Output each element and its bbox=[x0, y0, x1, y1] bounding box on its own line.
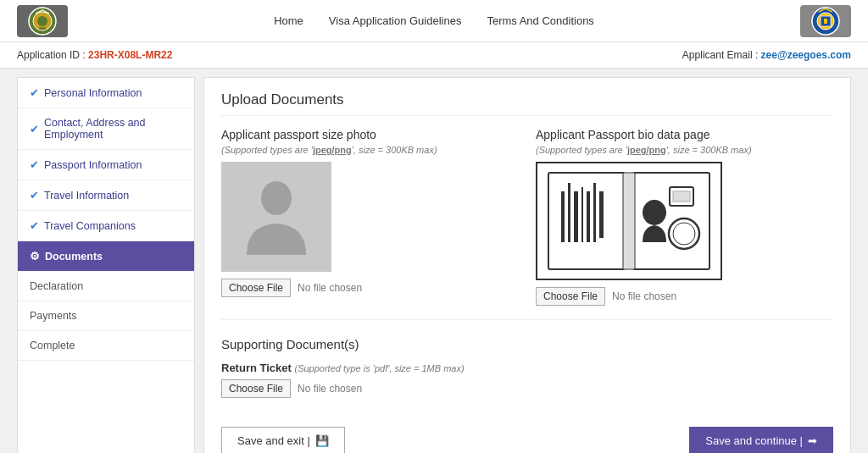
svg-point-17 bbox=[643, 200, 666, 225]
sidebar-item-payments[interactable]: Payments bbox=[18, 301, 194, 331]
app-id-label: Application ID : bbox=[17, 49, 86, 61]
sidebar-item-travel-companions[interactable]: ✔ Travel Companions bbox=[18, 211, 194, 241]
page-title: Upload Documents bbox=[221, 91, 833, 116]
passport-photo-heading: Applicant passport size photo bbox=[221, 128, 519, 141]
passport-book-icon bbox=[544, 166, 714, 276]
passport-photo-no-file: No file chosen bbox=[298, 282, 362, 294]
passport-bio-choose-file[interactable]: Choose File bbox=[536, 287, 605, 306]
passport-photo-file-row: Choose File No file chosen bbox=[221, 279, 519, 297]
svg-rect-10 bbox=[561, 191, 565, 242]
check-icon-travel: ✔ bbox=[30, 189, 39, 202]
app-id-value: 23HR-X08L-MR22 bbox=[88, 49, 172, 61]
sidebar-item-personal-information[interactable]: ✔ Personal Information bbox=[18, 78, 194, 108]
upload-grid: Applicant passport size photo (Supported… bbox=[221, 128, 833, 320]
passport-photo-placeholder bbox=[221, 162, 331, 272]
sidebar-item-declaration[interactable]: Declaration bbox=[18, 272, 194, 301]
sidebar: ✔ Personal Information ✔ Contact, Addres… bbox=[17, 77, 195, 453]
check-icon-companions: ✔ bbox=[30, 219, 39, 232]
return-ticket-file-row: Choose File No file chosen bbox=[221, 379, 833, 398]
main-container: ✔ Personal Information ✔ Contact, Addres… bbox=[0, 69, 868, 453]
person-silhouette-icon bbox=[242, 174, 310, 259]
sidebar-label-complete: Complete bbox=[30, 340, 75, 351]
svg-rect-15 bbox=[593, 183, 596, 242]
svg-point-2 bbox=[37, 16, 47, 26]
check-icon-personal: ✔ bbox=[30, 86, 39, 99]
nav-guidelines[interactable]: Visa Application Guidelines bbox=[329, 14, 462, 27]
nav-links: Home Visa Application Guidelines Terms A… bbox=[274, 14, 594, 27]
supporting-docs-section: Supporting Document(s) Return Ticket (Su… bbox=[221, 337, 833, 398]
svg-point-6 bbox=[261, 181, 292, 215]
sidebar-item-documents[interactable]: ⚙ Documents bbox=[18, 241, 194, 272]
app-email-label: Applicant Email : bbox=[682, 49, 758, 61]
save-continue-label: Save and continue | bbox=[705, 434, 803, 447]
passport-photo-section: Applicant passport size photo (Supported… bbox=[221, 128, 519, 306]
content-area: Upload Documents Applicant passport size… bbox=[203, 77, 851, 453]
logo-left-icon bbox=[17, 5, 68, 37]
nav-terms[interactable]: Terms And Conditions bbox=[487, 14, 593, 27]
svg-rect-3 bbox=[39, 27, 46, 30]
save-exit-icon: 💾 bbox=[315, 434, 329, 447]
check-icon-passport: ✔ bbox=[30, 158, 39, 171]
sidebar-label-payments: Payments bbox=[30, 310, 77, 322]
passport-bio-file-row: Choose File No file chosen bbox=[536, 287, 833, 306]
passport-bio-placeholder bbox=[536, 162, 722, 280]
sidebar-label-documents: Documents bbox=[45, 251, 103, 262]
return-ticket-no-file: No file chosen bbox=[298, 383, 362, 395]
sidebar-label-companions: Travel Companions bbox=[44, 220, 136, 232]
svg-rect-14 bbox=[587, 191, 590, 242]
sidebar-item-travel-information[interactable]: ✔ Travel Information bbox=[18, 180, 194, 211]
return-ticket-label: Return Ticket bbox=[221, 362, 292, 374]
sidebar-label-travel: Travel Information bbox=[44, 190, 129, 202]
passport-photo-choose-file[interactable]: Choose File bbox=[221, 279, 291, 297]
top-nav: Home Visa Application Guidelines Terms A… bbox=[0, 0, 868, 42]
svg-rect-21 bbox=[673, 191, 690, 202]
app-bar: Application ID : 23HR-X08L-MR22 Applican… bbox=[0, 42, 868, 69]
logo-right-icon bbox=[800, 5, 851, 37]
passport-bio-section: Applicant Passport bio data page (Suppor… bbox=[536, 128, 833, 306]
sidebar-label-personal: Personal Information bbox=[44, 87, 142, 99]
nav-home[interactable]: Home bbox=[274, 14, 303, 27]
check-icon-contact: ✔ bbox=[30, 123, 39, 135]
applicant-email-row: Applicant Email : zee@zeegoes.com bbox=[682, 49, 851, 61]
return-ticket-note: (Supported type is 'pdf', size = 1MB max… bbox=[294, 363, 464, 373]
supporting-docs-title: Supporting Document(s) bbox=[221, 337, 833, 351]
svg-rect-12 bbox=[574, 191, 578, 242]
return-ticket-choose-file[interactable]: Choose File bbox=[221, 379, 291, 398]
save-exit-label: Save and exit | bbox=[237, 434, 310, 447]
app-email-value: zee@zeegoes.com bbox=[761, 49, 851, 61]
return-ticket-label-row: Return Ticket (Supported type is 'pdf', … bbox=[221, 362, 833, 374]
application-id-row: Application ID : 23HR-X08L-MR22 bbox=[17, 49, 172, 61]
sidebar-item-complete[interactable]: Complete bbox=[18, 331, 194, 361]
svg-rect-11 bbox=[568, 183, 570, 242]
button-row: Save and exit | 💾 Save and continue | ➡ bbox=[221, 418, 833, 453]
svg-rect-16 bbox=[599, 191, 604, 238]
passport-bio-no-file: No file chosen bbox=[612, 290, 676, 302]
passport-bio-supported: (Supported types are 'jpeg/png', size = … bbox=[536, 145, 833, 155]
logo-left bbox=[17, 5, 68, 37]
sidebar-label-declaration: Declaration bbox=[30, 280, 83, 292]
svg-rect-13 bbox=[581, 187, 583, 242]
sidebar-item-passport-information[interactable]: ✔ Passport Information bbox=[18, 150, 194, 180]
sidebar-label-contact: Contact, Address and Employment bbox=[44, 117, 182, 141]
sidebar-label-passport: Passport Information bbox=[44, 159, 142, 171]
passport-bio-heading: Applicant Passport bio data page bbox=[536, 128, 833, 141]
gear-icon-documents: ⚙ bbox=[30, 250, 40, 262]
passport-photo-supported: (Supported types are 'jpeg/png', size = … bbox=[221, 145, 519, 155]
sidebar-item-contact-address[interactable]: ✔ Contact, Address and Employment bbox=[18, 108, 194, 150]
arrow-right-icon: ➡ bbox=[808, 434, 817, 447]
logo-right bbox=[800, 5, 851, 37]
save-exit-button[interactable]: Save and exit | 💾 bbox=[221, 427, 345, 453]
save-continue-button[interactable]: Save and continue | ➡ bbox=[689, 427, 833, 453]
svg-rect-9 bbox=[623, 173, 635, 269]
